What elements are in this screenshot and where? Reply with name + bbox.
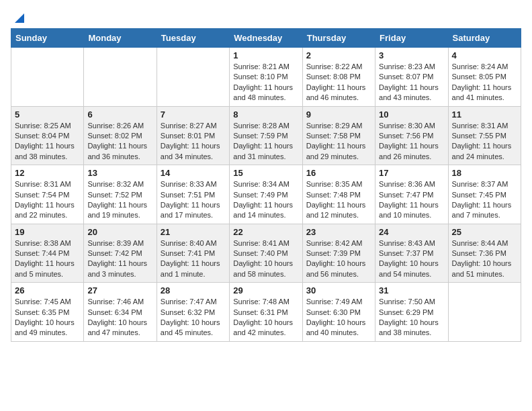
logo-triangle-icon <box>12 11 24 23</box>
day-number: 6 <box>87 109 152 120</box>
day-number: 24 <box>379 227 444 237</box>
day-info: Sunrise: 8:31 AMSunset: 7:55 PMDaylight:… <box>452 121 517 163</box>
day-number: 1 <box>233 50 298 60</box>
day-number: 2 <box>306 50 371 60</box>
calendar-cell: 5Sunrise: 8:25 AMSunset: 8:04 PMDaylight… <box>11 106 84 165</box>
day-info: Sunrise: 8:32 AMSunset: 7:52 PMDaylight:… <box>87 179 152 221</box>
calendar-cell: 8Sunrise: 8:28 AMSunset: 7:59 PMDaylight… <box>230 106 302 165</box>
day-number: 30 <box>306 285 371 295</box>
calendar-week-5: 26Sunrise: 7:45 AMSunset: 6:35 PMDayligh… <box>11 283 521 342</box>
day-info: Sunrise: 8:25 AMSunset: 8:04 PMDaylight:… <box>15 121 80 163</box>
day-info: Sunrise: 8:23 AMSunset: 8:07 PMDaylight:… <box>379 62 444 103</box>
calendar-cell <box>11 48 84 107</box>
calendar-cell: 1Sunrise: 8:21 AMSunset: 8:10 PMDaylight… <box>230 48 302 107</box>
day-number: 27 <box>87 285 152 295</box>
calendar-week-1: 1Sunrise: 8:21 AMSunset: 8:10 PMDaylight… <box>11 48 521 107</box>
weekday-header-friday: Friday <box>375 29 448 48</box>
day-info: Sunrise: 8:33 AMSunset: 7:51 PMDaylight:… <box>161 179 226 221</box>
calendar-cell: 16Sunrise: 8:35 AMSunset: 7:48 PMDayligh… <box>302 165 375 224</box>
day-info: Sunrise: 8:26 AMSunset: 8:02 PMDaylight:… <box>87 121 152 163</box>
day-number: 28 <box>161 285 226 295</box>
weekday-header-row: SundayMondayTuesdayWednesdayThursdayFrid… <box>11 29 521 48</box>
calendar-cell: 10Sunrise: 8:30 AMSunset: 7:56 PMDayligh… <box>375 106 448 165</box>
calendar-cell: 14Sunrise: 8:33 AMSunset: 7:51 PMDayligh… <box>157 165 229 224</box>
weekday-header-monday: Monday <box>84 29 157 48</box>
day-number: 19 <box>15 227 80 237</box>
day-info: Sunrise: 7:48 AMSunset: 6:31 PMDaylight:… <box>233 297 298 338</box>
weekday-header-saturday: Saturday <box>448 29 521 48</box>
calendar-cell: 21Sunrise: 8:40 AMSunset: 7:41 PMDayligh… <box>157 224 229 283</box>
calendar-cell <box>84 48 157 107</box>
calendar-week-4: 19Sunrise: 8:38 AMSunset: 7:44 PMDayligh… <box>11 224 521 283</box>
day-number: 11 <box>452 109 517 120</box>
day-info: Sunrise: 8:34 AMSunset: 7:49 PMDaylight:… <box>233 179 298 221</box>
calendar-cell: 2Sunrise: 8:22 AMSunset: 8:08 PMDaylight… <box>302 48 375 107</box>
day-info: Sunrise: 8:21 AMSunset: 8:10 PMDaylight:… <box>233 62 298 103</box>
calendar-cell: 15Sunrise: 8:34 AMSunset: 7:49 PMDayligh… <box>230 165 302 224</box>
day-info: Sunrise: 8:41 AMSunset: 7:40 PMDaylight:… <box>233 238 298 280</box>
day-info: Sunrise: 8:43 AMSunset: 7:37 PMDaylight:… <box>379 238 444 280</box>
day-info: Sunrise: 7:49 AMSunset: 6:30 PMDaylight:… <box>306 297 371 338</box>
day-number: 18 <box>452 168 517 178</box>
day-number: 4 <box>452 50 517 60</box>
day-info: Sunrise: 8:31 AMSunset: 7:54 PMDaylight:… <box>15 179 80 221</box>
calendar-cell: 28Sunrise: 7:47 AMSunset: 6:32 PMDayligh… <box>157 283 229 342</box>
day-number: 10 <box>379 109 444 120</box>
day-number: 23 <box>306 227 371 237</box>
day-info: Sunrise: 8:24 AMSunset: 8:05 PMDaylight:… <box>452 62 517 103</box>
weekday-header-wednesday: Wednesday <box>230 29 302 48</box>
day-info: Sunrise: 8:27 AMSunset: 8:01 PMDaylight:… <box>161 121 226 163</box>
day-info: Sunrise: 8:28 AMSunset: 7:59 PMDaylight:… <box>233 121 298 163</box>
calendar-cell: 22Sunrise: 8:41 AMSunset: 7:40 PMDayligh… <box>230 224 302 283</box>
day-info: Sunrise: 8:42 AMSunset: 7:39 PMDaylight:… <box>306 238 371 280</box>
day-number: 8 <box>233 109 298 120</box>
day-info: Sunrise: 7:46 AMSunset: 6:34 PMDaylight:… <box>87 297 152 338</box>
day-number: 22 <box>233 227 298 237</box>
calendar-table: SundayMondayTuesdayWednesdayThursdayFrid… <box>11 28 521 342</box>
calendar-cell: 12Sunrise: 8:31 AMSunset: 7:54 PMDayligh… <box>11 165 84 224</box>
calendar-cell: 9Sunrise: 8:29 AMSunset: 7:58 PMDaylight… <box>302 106 375 165</box>
weekday-header-thursday: Thursday <box>302 29 375 48</box>
day-info: Sunrise: 8:36 AMSunset: 7:47 PMDaylight:… <box>379 179 444 221</box>
day-number: 31 <box>379 285 444 295</box>
calendar-cell: 27Sunrise: 7:46 AMSunset: 6:34 PMDayligh… <box>84 283 157 342</box>
day-number: 21 <box>161 227 226 237</box>
day-info: Sunrise: 8:44 AMSunset: 7:36 PMDaylight:… <box>452 238 517 280</box>
calendar-cell: 13Sunrise: 8:32 AMSunset: 7:52 PMDayligh… <box>84 165 157 224</box>
day-info: Sunrise: 7:47 AMSunset: 6:32 PMDaylight:… <box>161 297 226 338</box>
calendar-cell: 25Sunrise: 8:44 AMSunset: 7:36 PMDayligh… <box>448 224 521 283</box>
calendar-cell: 23Sunrise: 8:42 AMSunset: 7:39 PMDayligh… <box>302 224 375 283</box>
day-number: 29 <box>233 285 298 295</box>
calendar-cell: 6Sunrise: 8:26 AMSunset: 8:02 PMDaylight… <box>84 106 157 165</box>
calendar-cell: 24Sunrise: 8:43 AMSunset: 7:37 PMDayligh… <box>375 224 448 283</box>
day-number: 16 <box>306 168 371 178</box>
calendar-cell: 11Sunrise: 8:31 AMSunset: 7:55 PMDayligh… <box>448 106 521 165</box>
calendar-cell: 7Sunrise: 8:27 AMSunset: 8:01 PMDaylight… <box>157 106 229 165</box>
day-number: 5 <box>15 109 80 120</box>
day-info: Sunrise: 8:38 AMSunset: 7:44 PMDaylight:… <box>15 238 80 280</box>
calendar-cell: 30Sunrise: 7:49 AMSunset: 6:30 PMDayligh… <box>302 283 375 342</box>
day-info: Sunrise: 8:37 AMSunset: 7:45 PMDaylight:… <box>452 179 517 221</box>
calendar-cell: 3Sunrise: 8:23 AMSunset: 8:07 PMDaylight… <box>375 48 448 107</box>
day-number: 13 <box>87 168 152 178</box>
day-number: 14 <box>161 168 226 178</box>
logo <box>11 11 24 21</box>
day-number: 12 <box>15 168 80 178</box>
calendar-cell: 26Sunrise: 7:45 AMSunset: 6:35 PMDayligh… <box>11 283 84 342</box>
day-number: 26 <box>15 285 80 295</box>
day-number: 15 <box>233 168 298 178</box>
day-info: Sunrise: 8:40 AMSunset: 7:41 PMDaylight:… <box>161 238 226 280</box>
day-info: Sunrise: 8:35 AMSunset: 7:48 PMDaylight:… <box>306 179 371 221</box>
weekday-header-sunday: Sunday <box>11 29 84 48</box>
calendar-cell: 4Sunrise: 8:24 AMSunset: 8:05 PMDaylight… <box>448 48 521 107</box>
calendar-cell: 19Sunrise: 8:38 AMSunset: 7:44 PMDayligh… <box>11 224 84 283</box>
calendar-cell <box>448 283 521 342</box>
day-number: 25 <box>452 227 517 237</box>
day-info: Sunrise: 7:50 AMSunset: 6:29 PMDaylight:… <box>379 297 444 338</box>
calendar-cell: 18Sunrise: 8:37 AMSunset: 7:45 PMDayligh… <box>448 165 521 224</box>
calendar-cell: 29Sunrise: 7:48 AMSunset: 6:31 PMDayligh… <box>230 283 302 342</box>
weekday-header-tuesday: Tuesday <box>157 29 229 48</box>
page-header <box>11 11 521 21</box>
calendar-cell: 20Sunrise: 8:39 AMSunset: 7:42 PMDayligh… <box>84 224 157 283</box>
calendar-cell: 17Sunrise: 8:36 AMSunset: 7:47 PMDayligh… <box>375 165 448 224</box>
